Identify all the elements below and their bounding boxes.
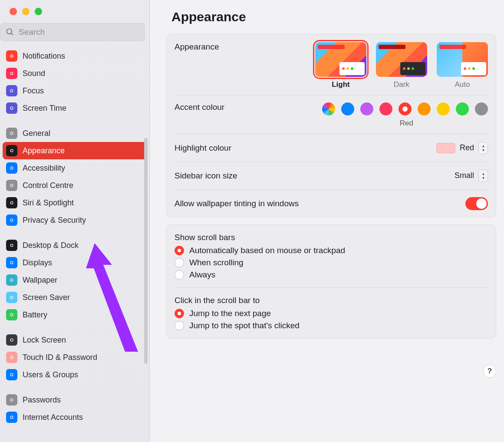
zoom-window-button[interactable] — [35, 8, 42, 15]
radio-icon — [175, 270, 184, 280]
hand-icon — [6, 214, 17, 226]
sidebar-item-screen-saver[interactable]: Screen Saver — [3, 289, 147, 306]
tinting-label: Allow wallpaper tinting in windows — [175, 199, 299, 208]
sidebar-item-label: Privacy & Security — [23, 216, 86, 225]
radio-icon — [175, 258, 184, 267]
tinting-toggle[interactable] — [465, 197, 488, 210]
highlight-stepper[interactable]: ▴▾ — [478, 142, 488, 154]
sidebar-item-battery[interactable]: Battery — [3, 306, 147, 323]
scroll-panel: Show scroll bars Automatically based on … — [166, 224, 496, 339]
sidebar-item-accessibility[interactable]: Accessibility — [3, 159, 147, 177]
accent-swatch-5[interactable] — [418, 102, 431, 115]
radio-option[interactable]: Always — [175, 270, 488, 280]
sidebar-item-label: Desktop & Dock — [23, 241, 79, 250]
accent-swatch-7[interactable] — [456, 102, 469, 115]
radio-option[interactable]: When scrolling — [175, 258, 488, 267]
svg-point-11 — [10, 219, 13, 221]
search-input[interactable] — [19, 27, 139, 37]
sidebar-item-internet-accounts[interactable]: Internet Accounts — [3, 409, 147, 426]
svg-point-8 — [10, 167, 13, 169]
sidebar-icon-stepper[interactable]: ▴▾ — [478, 170, 488, 182]
appearance-thumb — [437, 42, 488, 77]
sidebar-item-displays[interactable]: Displays — [3, 254, 147, 271]
svg-point-10 — [10, 201, 13, 204]
accent-swatches — [322, 102, 488, 115]
at-icon — [6, 412, 17, 423]
sidebar-icon-value: Small — [455, 171, 474, 180]
sidebar-item-notifications[interactable]: Notifications — [3, 47, 147, 65]
battery-icon — [6, 309, 17, 320]
accent-swatch-3[interactable] — [379, 102, 392, 115]
users-icon — [6, 369, 17, 380]
accent-selected-label: Red — [400, 119, 488, 128]
appearance-option-dark[interactable]: Dark — [376, 42, 427, 89]
sidebar-item-label: Screen Saver — [23, 293, 70, 302]
siri-icon — [6, 197, 17, 208]
sidebar-item-label: Wallpaper — [23, 276, 57, 285]
sidebar-item-general[interactable]: General — [3, 125, 147, 142]
sidebar-item-label: Appearance — [23, 146, 65, 155]
appearance-thumb — [315, 42, 366, 77]
search-field[interactable] — [0, 23, 145, 41]
sidebar-item-privacy-security[interactable]: Privacy & Security — [3, 211, 147, 229]
sidebar-item-control-centre[interactable]: Control Centre — [3, 177, 147, 194]
svg-point-16 — [10, 313, 13, 316]
sidebar-item-siri-spotlight[interactable]: Siri & Spotlight — [3, 194, 147, 211]
key-icon — [6, 394, 17, 406]
click-scroll-label: Click in the scroll bar to — [175, 296, 488, 305]
sidebar-item-label: Battery — [23, 310, 47, 320]
svg-point-6 — [10, 132, 13, 135]
sidebar-item-focus[interactable]: Focus — [3, 82, 147, 99]
sidebar-item-sound[interactable]: Sound — [3, 65, 147, 82]
accent-swatch-1[interactable] — [341, 102, 354, 115]
search-icon — [6, 28, 14, 36]
sidebar-item-desktop-dock[interactable]: Desktop & Dock — [3, 237, 147, 254]
sidebar-item-label: Screen Time — [23, 104, 66, 113]
svg-line-1 — [11, 33, 13, 35]
appearance-option-label: Light — [332, 80, 350, 89]
sidebar-item-label: Displays — [23, 258, 52, 267]
sidebar-item-passwords[interactable]: Passwords — [3, 391, 147, 409]
svg-point-21 — [10, 416, 13, 419]
sidebar-item-label: Notifications — [23, 52, 65, 61]
bell-icon — [6, 50, 17, 62]
sidebar-icon-label: Sidebar icon size — [175, 171, 237, 181]
appearance-option-auto[interactable]: Auto — [437, 42, 488, 89]
accessibility-icon — [6, 162, 17, 174]
radio-option[interactable]: Automatically based on mouse or trackpad — [175, 246, 488, 255]
sidebar-item-users-groups[interactable]: Users & Groups — [3, 366, 147, 383]
svg-point-0 — [7, 29, 12, 34]
sidebar-item-appearance[interactable]: Appearance — [3, 142, 147, 159]
sidebar-item-screen-time[interactable]: Screen Time — [3, 99, 147, 117]
minimize-window-button[interactable] — [22, 8, 30, 15]
dock-icon — [6, 240, 17, 251]
svg-point-12 — [10, 244, 13, 247]
radio-option[interactable]: Jump to the next page — [175, 309, 488, 318]
svg-point-19 — [10, 373, 13, 376]
help-button[interactable]: ? — [483, 365, 496, 378]
accent-swatch-8[interactable] — [475, 102, 488, 115]
highlight-value: Red — [460, 143, 474, 152]
accent-swatch-6[interactable] — [437, 102, 450, 115]
sidebar-item-lock-screen[interactable]: Lock Screen — [3, 331, 147, 349]
appearance-option-label: Dark — [394, 80, 409, 89]
sidebar-item-label: Users & Groups — [23, 370, 78, 379]
radio-option[interactable]: Jump to the spot that's clicked — [175, 321, 488, 330]
accent-label: Accent colour — [175, 102, 224, 112]
sidebar-item-wallpaper[interactable]: Wallpaper — [3, 271, 147, 289]
radio-label: Always — [189, 270, 215, 280]
accent-swatch-4[interactable] — [399, 102, 412, 115]
close-window-button[interactable] — [10, 8, 17, 15]
main-content: Appearance Appearance LightDarkAuto Acce… — [150, 0, 504, 442]
accent-swatch-0[interactable] — [322, 102, 335, 115]
sidebar-nav[interactable]: NotificationsSoundFocusScreen TimeGenera… — [0, 43, 149, 442]
svg-point-4 — [10, 89, 13, 92]
accent-swatch-2[interactable] — [360, 102, 373, 115]
sidebar-item-label: Internet Accounts — [23, 413, 83, 422]
display-icon — [6, 257, 17, 268]
sidebar: NotificationsSoundFocusScreen TimeGenera… — [0, 0, 150, 442]
appearance-option-light[interactable]: Light — [315, 42, 366, 89]
sidebar-item-touch-id-password[interactable]: Touch ID & Password — [3, 349, 147, 366]
lock-icon — [6, 334, 17, 346]
sidebar-scrollbar[interactable] — [144, 138, 148, 364]
